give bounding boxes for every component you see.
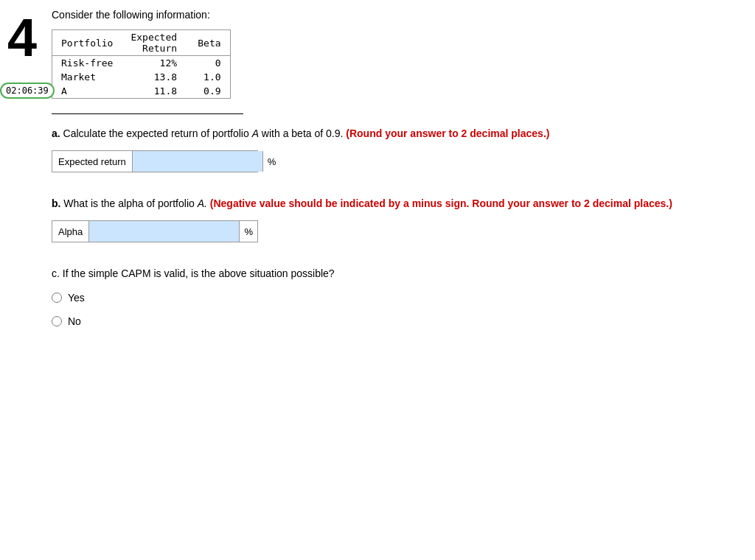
divider (52, 113, 243, 114)
part-c-label: c. (52, 267, 60, 279)
portfolio-name: Market (52, 70, 122, 84)
part-a-answer-row: Expected return % (52, 150, 258, 172)
part-b-instruction: (Negative value should be indicated by a… (210, 197, 672, 209)
part-b-answer-row: Alpha % (52, 220, 258, 242)
portfolio-a-italic: A (252, 127, 259, 139)
radio-group: Yes No (52, 292, 740, 327)
radio-yes[interactable] (52, 293, 62, 303)
part-c: c. If the simple CAPM is valid, is the a… (52, 266, 740, 327)
col-header-portfolio: Portfolio (52, 30, 122, 56)
portfolio-return: 12% (122, 56, 186, 71)
option-no[interactable]: No (52, 315, 740, 327)
part-b: b. What is the alpha of portfolio A. (Ne… (52, 196, 740, 242)
intro-text: Consider the following information: (52, 9, 740, 21)
table-row: A 11.8 0.9 (52, 84, 231, 99)
portfolio-return: 11.8 (122, 84, 186, 99)
option-no-label: No (68, 315, 81, 327)
page-container: 4 02:06:39 Consider the following inform… (0, 0, 755, 560)
option-yes[interactable]: Yes (52, 292, 740, 304)
col-header-beta: Beta (186, 30, 230, 56)
part-a-question: a. Calculate the expected return of port… (52, 126, 740, 141)
expected-return-unit: % (262, 151, 281, 172)
alpha-unit: % (239, 221, 257, 242)
expected-return-label: Expected return (52, 151, 133, 172)
part-a: a. Calculate the expected return of port… (52, 126, 740, 172)
timer-badge: 02:06:39 (0, 83, 55, 99)
portfolio-return: 13.8 (122, 70, 186, 84)
part-b-question: b. What is the alpha of portfolio A. (Ne… (52, 196, 740, 211)
table-row: Risk-free 12% 0 (52, 56, 231, 71)
col-header-return: ExpectedReturn (122, 30, 186, 56)
part-a-instruction: (Round your answer to 2 decimal places.) (346, 127, 549, 139)
portfolio-beta: 0.9 (186, 84, 230, 99)
part-b-label: b. (52, 197, 60, 209)
alpha-label: Alpha (52, 221, 89, 242)
expected-return-input[interactable] (133, 151, 262, 172)
table-row: Market 13.8 1.0 (52, 70, 231, 84)
data-table: Portfolio ExpectedReturn Beta Risk-free … (52, 29, 231, 99)
portfolio-a-italic-b: A. (198, 197, 207, 209)
portfolio-beta: 0 (186, 56, 230, 71)
portfolio-beta: 1.0 (186, 70, 230, 84)
option-yes-label: Yes (68, 292, 85, 304)
alpha-input[interactable] (89, 221, 239, 242)
part-a-label: a. (52, 127, 60, 139)
radio-no[interactable] (52, 316, 62, 326)
portfolio-name: Risk-free (52, 56, 122, 71)
portfolio-name: A (52, 84, 122, 99)
content-area: Consider the following information: Port… (44, 0, 755, 560)
part-c-question: c. If the simple CAPM is valid, is the a… (52, 266, 740, 281)
